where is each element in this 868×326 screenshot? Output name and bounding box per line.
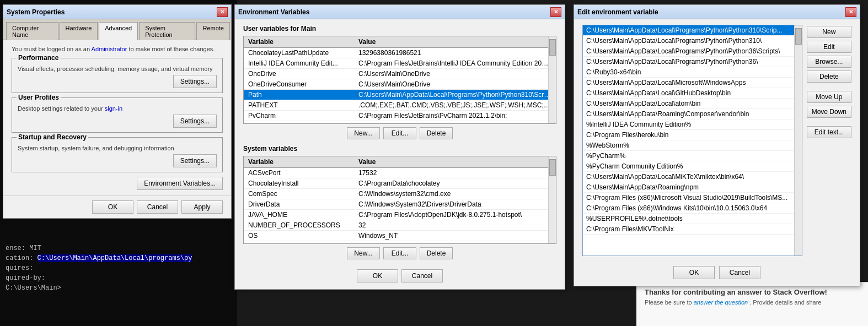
env-vars-ok-button[interactable]: OK <box>357 269 398 282</box>
edit-env-list-item[interactable]: C:\Program Files (x86)\Microsoft Visual … <box>583 193 802 203</box>
edit-env-list-item[interactable]: %PyCharm Community Edition% <box>583 161 802 172</box>
edit-env-list-item[interactable]: %PyCharm% <box>583 151 802 161</box>
user-vars-section-title: User variables for Main <box>243 25 556 32</box>
edit-env-list-item[interactable]: C:\Users\Main\AppData\Local\Programs\Pyt… <box>583 46 802 57</box>
tab-remote[interactable]: Remote <box>196 22 230 40</box>
env-vars-cancel-button[interactable]: Cancel <box>401 269 443 282</box>
edit-env-close-button[interactable]: ✕ <box>845 7 856 17</box>
system-var-row[interactable]: JAVA_HOMEC:\Program Files\AdoptOpenJDK\j… <box>244 210 556 220</box>
sign-in-link[interactable]: sign-in <box>105 105 122 112</box>
edit-env-list-item[interactable]: C:\Users\Main\AppData\Local\Microsoft\Wi… <box>583 78 802 88</box>
system-vars-table-container: Variable Value ACSvcPort17532ChocolateyI… <box>243 156 556 244</box>
system-vars-new-button[interactable]: New... <box>347 247 380 259</box>
user-vars-edit-button[interactable]: Edit... <box>383 127 416 139</box>
system-vars-scrollbar[interactable] <box>548 156 556 243</box>
edit-env-list-item[interactable]: C:\Program Files\heroku\bin <box>583 130 802 140</box>
performance-settings-button[interactable]: Settings... <box>173 75 217 88</box>
user-var-row[interactable]: PathC:\Users\Main\AppData\Local\Programs… <box>244 90 556 100</box>
user-var-row[interactable]: OneDriveC:\Users\Main\OneDrive <box>244 69 556 79</box>
edit-env-dialog: Edit environment variable ✕ C:\Users\Mai… <box>574 4 860 286</box>
system-var-row[interactable]: ChocolateyInstallC:\ProgramData\chocolat… <box>244 178 556 189</box>
sys-props-ok-button[interactable]: OK <box>92 200 133 214</box>
edit-env-list-item[interactable]: C:\Users\Main\AppData\Local\Programs\Pyt… <box>583 57 802 67</box>
admin-note: You must be logged on as an Administrato… <box>12 46 223 52</box>
edit-env-move-down-button[interactable]: Move Down <box>807 106 851 118</box>
system-var-col-value: Value <box>354 156 556 168</box>
edit-env-list-item[interactable]: C:\Program Files\MKVToolNix <box>583 224 802 235</box>
system-var-value-cell: C:\Windows\system32\cmd.exe <box>354 189 556 199</box>
administrator-link[interactable]: Administrator <box>92 46 127 52</box>
edit-env-list-item[interactable]: C:\Users\Main\AppData\Local\Programs\Pyt… <box>583 36 802 46</box>
edit-env-list-item[interactable]: %WebStorm% <box>583 140 802 151</box>
tab-system-protection[interactable]: System Protection <box>139 22 195 40</box>
user-vars-new-button[interactable]: New... <box>347 127 380 139</box>
sys-props-close-button[interactable]: ✕ <box>217 7 228 17</box>
edit-env-list-item[interactable]: %USERPROFILE%\.dotnet\tools <box>583 214 802 224</box>
user-profiles-settings-button[interactable]: Settings... <box>173 115 217 128</box>
tab-computer-name[interactable]: Computer Name <box>6 22 58 40</box>
system-vars-delete-button[interactable]: Delete <box>420 247 453 259</box>
user-vars-table-container: Variable Value ChocolateyLastPathUpdate1… <box>243 36 556 124</box>
edit-env-list-item[interactable]: C:\Users\Main\AppData\Roaming\npm <box>583 182 802 193</box>
user-var-value-cell: .COM;.EXE;.BAT;.CMD;.VBS;.VBE;JS;.JSE;.W… <box>354 100 556 111</box>
system-var-value-cell: C:\ProgramData\chocolatey <box>354 178 556 189</box>
user-var-row[interactable]: OneDriveConsumerC:\Users\Main\OneDrive <box>244 79 556 90</box>
sys-props-content: You must be logged on as an Administrato… <box>3 40 231 195</box>
performance-label: Performance <box>17 54 60 62</box>
system-var-row[interactable]: DriverDataC:\Windows\System32\Drivers\Dr… <box>244 199 556 210</box>
edit-env-footer: OK Cancel <box>574 262 860 286</box>
user-var-row[interactable]: ChocolateyLastPathUpdate1329638036198652… <box>244 48 556 58</box>
user-var-row[interactable]: PATHEXT.COM;.EXE;.BAT;.CMD;.VBS;.VBE;JS;… <box>244 100 556 111</box>
user-var-variable-cell: OneDrive <box>244 69 354 79</box>
system-vars-section-title: System variables <box>243 145 556 153</box>
system-var-variable-cell: NUMBER_OF_PROCESSORS <box>244 220 354 231</box>
so-link[interactable]: answer the question <box>694 299 748 306</box>
user-var-row[interactable]: PvCharmC:\Program Files\JetBrains\PvChar… <box>244 111 556 121</box>
user-var-value-cell: C:\Users\Main\AppData\Local\Programs\Pyt… <box>354 90 556 100</box>
edit-env-delete-button[interactable]: Delete <box>807 70 851 83</box>
system-var-variable-cell: ComSpec <box>244 189 354 199</box>
edit-env-list-item[interactable]: C:\Users\Main\AppData\Local\atom\bin <box>583 99 802 109</box>
env-vars-close-button[interactable]: ✕ <box>550 7 561 17</box>
system-var-row[interactable]: NUMBER_OF_PROCESSORS32 <box>244 220 556 231</box>
edit-env-list-item[interactable]: C:\Users\Main\AppData\Roaming\Composer\v… <box>583 109 802 119</box>
user-vars-scrollbar[interactable] <box>548 36 556 123</box>
user-var-variable-cell: ChocolateyLastPathUpdate <box>244 48 354 58</box>
edit-env-titlebar: Edit environment variable ✕ <box>574 5 860 19</box>
system-vars-edit-button[interactable]: Edit... <box>383 247 416 259</box>
edit-env-buttons: New Edit Browse... Delete Move Up Move D… <box>807 25 851 256</box>
edit-env-list-item[interactable]: C:\Users\Main\AppData\Local\Programs\Pyt… <box>583 25 802 36</box>
system-var-row[interactable]: OSWindows_NT <box>244 231 556 241</box>
edit-env-ok-button[interactable]: OK <box>673 266 715 279</box>
sys-props-apply-button[interactable]: Apply <box>181 200 223 214</box>
edit-env-list-item[interactable]: C:\Ruby30-x64\bin <box>583 67 802 78</box>
edit-env-list-item[interactable]: %IntelliJ IDEA Community Edition% <box>583 119 802 130</box>
env-vars-content: User variables for Main Variable Value C… <box>235 19 565 265</box>
edit-env-list: C:\Users\Main\AppData\Local\Programs\Pyt… <box>583 25 802 235</box>
edit-env-edit-text-button[interactable]: Edit text... <box>807 126 851 138</box>
startup-recovery-desc: System startup, system failure, and debu… <box>18 145 217 151</box>
edit-env-new-button[interactable]: New <box>807 26 851 38</box>
sys-props-cancel-button[interactable]: Cancel <box>137 200 178 214</box>
edit-env-scrollbar[interactable] <box>794 25 802 256</box>
env-vars-footer: OK Cancel <box>235 265 565 289</box>
edit-env-edit-button[interactable]: Edit <box>807 41 851 53</box>
user-var-row[interactable]: IntelliJ IDEA Community Edit...C:\Progra… <box>244 58 556 69</box>
system-var-row[interactable]: ComSpecC:\Windows\system32\cmd.exe <box>244 189 556 199</box>
edit-env-cancel-button[interactable]: Cancel <box>719 266 760 279</box>
edit-env-move-up-button[interactable]: Move Up <box>807 91 851 103</box>
edit-env-list-item[interactable]: C:\Users\Main\AppData\Local\MiKTeX\mikte… <box>583 172 802 182</box>
system-var-row[interactable]: ACSvcPort17532 <box>244 168 556 178</box>
performance-section: Performance Visual effects, processor sc… <box>12 58 223 93</box>
edit-env-list-item[interactable]: C:\Users\Main\AppData\Local\GitHubDeskto… <box>583 88 802 99</box>
user-var-variable-cell: PvCharm <box>244 111 354 121</box>
startup-recovery-settings-button[interactable]: Settings... <box>173 154 217 167</box>
tab-advanced[interactable]: Advanced <box>99 22 138 40</box>
user-vars-delete-button[interactable]: Delete <box>420 127 453 139</box>
edit-env-list-item[interactable]: C:\Program Files (x86)\Windows Kits\10\b… <box>583 203 802 214</box>
user-var-variable-cell: OneDriveConsumer <box>244 79 354 90</box>
tab-hardware[interactable]: Hardware <box>60 22 98 40</box>
edit-env-browse-button[interactable]: Browse... <box>807 56 851 68</box>
env-vars-titlebar: Environment Variables ✕ <box>235 5 565 19</box>
environment-variables-button[interactable]: Environment Variables... <box>137 177 223 190</box>
